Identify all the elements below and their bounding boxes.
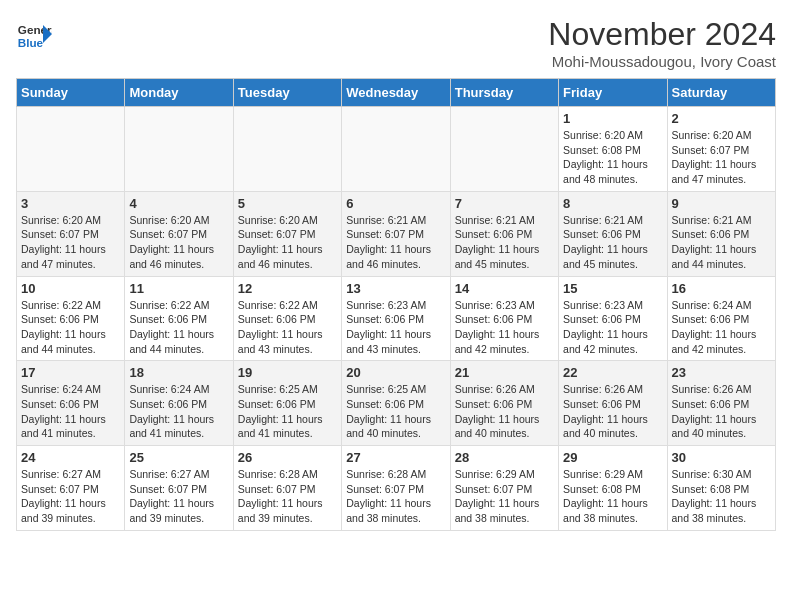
day-info: Sunrise: 6:24 AM Sunset: 6:06 PM Dayligh… — [21, 382, 120, 441]
day-number: 29 — [563, 450, 662, 465]
calendar-cell: 13Sunrise: 6:23 AM Sunset: 6:06 PM Dayli… — [342, 276, 450, 361]
calendar-cell: 17Sunrise: 6:24 AM Sunset: 6:06 PM Dayli… — [17, 361, 125, 446]
calendar-cell: 29Sunrise: 6:29 AM Sunset: 6:08 PM Dayli… — [559, 446, 667, 531]
day-info: Sunrise: 6:22 AM Sunset: 6:06 PM Dayligh… — [129, 298, 228, 357]
day-info: Sunrise: 6:26 AM Sunset: 6:06 PM Dayligh… — [455, 382, 554, 441]
day-info: Sunrise: 6:28 AM Sunset: 6:07 PM Dayligh… — [346, 467, 445, 526]
day-info: Sunrise: 6:29 AM Sunset: 6:08 PM Dayligh… — [563, 467, 662, 526]
day-info: Sunrise: 6:21 AM Sunset: 6:06 PM Dayligh… — [672, 213, 771, 272]
calendar-cell: 28Sunrise: 6:29 AM Sunset: 6:07 PM Dayli… — [450, 446, 558, 531]
calendar-cell: 14Sunrise: 6:23 AM Sunset: 6:06 PM Dayli… — [450, 276, 558, 361]
weekday-header: Tuesday — [233, 79, 341, 107]
calendar-cell: 1Sunrise: 6:20 AM Sunset: 6:08 PM Daylig… — [559, 107, 667, 192]
day-number: 7 — [455, 196, 554, 211]
calendar-cell — [17, 107, 125, 192]
day-info: Sunrise: 6:23 AM Sunset: 6:06 PM Dayligh… — [563, 298, 662, 357]
weekday-header: Friday — [559, 79, 667, 107]
calendar-cell: 24Sunrise: 6:27 AM Sunset: 6:07 PM Dayli… — [17, 446, 125, 531]
day-number: 30 — [672, 450, 771, 465]
calendar-week-row: 24Sunrise: 6:27 AM Sunset: 6:07 PM Dayli… — [17, 446, 776, 531]
calendar-cell: 3Sunrise: 6:20 AM Sunset: 6:07 PM Daylig… — [17, 191, 125, 276]
day-number: 5 — [238, 196, 337, 211]
day-info: Sunrise: 6:26 AM Sunset: 6:06 PM Dayligh… — [563, 382, 662, 441]
day-info: Sunrise: 6:20 AM Sunset: 6:07 PM Dayligh… — [21, 213, 120, 272]
calendar-cell: 10Sunrise: 6:22 AM Sunset: 6:06 PM Dayli… — [17, 276, 125, 361]
day-number: 13 — [346, 281, 445, 296]
day-number: 6 — [346, 196, 445, 211]
day-info: Sunrise: 6:23 AM Sunset: 6:06 PM Dayligh… — [346, 298, 445, 357]
weekday-header: Wednesday — [342, 79, 450, 107]
calendar-cell: 11Sunrise: 6:22 AM Sunset: 6:06 PM Dayli… — [125, 276, 233, 361]
day-number: 28 — [455, 450, 554, 465]
day-info: Sunrise: 6:21 AM Sunset: 6:06 PM Dayligh… — [563, 213, 662, 272]
calendar-week-row: 17Sunrise: 6:24 AM Sunset: 6:06 PM Dayli… — [17, 361, 776, 446]
day-info: Sunrise: 6:22 AM Sunset: 6:06 PM Dayligh… — [21, 298, 120, 357]
calendar-cell: 18Sunrise: 6:24 AM Sunset: 6:06 PM Dayli… — [125, 361, 233, 446]
day-info: Sunrise: 6:20 AM Sunset: 6:07 PM Dayligh… — [672, 128, 771, 187]
calendar-cell: 19Sunrise: 6:25 AM Sunset: 6:06 PM Dayli… — [233, 361, 341, 446]
day-info: Sunrise: 6:20 AM Sunset: 6:07 PM Dayligh… — [238, 213, 337, 272]
calendar-table: SundayMondayTuesdayWednesdayThursdayFrid… — [16, 78, 776, 531]
day-number: 9 — [672, 196, 771, 211]
day-number: 8 — [563, 196, 662, 211]
page-header: General Blue November 2024 Mohi-Moussado… — [16, 16, 776, 70]
location: Mohi-Moussadougou, Ivory Coast — [548, 53, 776, 70]
day-number: 10 — [21, 281, 120, 296]
calendar-cell: 2Sunrise: 6:20 AM Sunset: 6:07 PM Daylig… — [667, 107, 775, 192]
day-number: 22 — [563, 365, 662, 380]
calendar-cell: 9Sunrise: 6:21 AM Sunset: 6:06 PM Daylig… — [667, 191, 775, 276]
day-info: Sunrise: 6:22 AM Sunset: 6:06 PM Dayligh… — [238, 298, 337, 357]
calendar-week-row: 3Sunrise: 6:20 AM Sunset: 6:07 PM Daylig… — [17, 191, 776, 276]
day-number: 17 — [21, 365, 120, 380]
day-info: Sunrise: 6:29 AM Sunset: 6:07 PM Dayligh… — [455, 467, 554, 526]
day-info: Sunrise: 6:25 AM Sunset: 6:06 PM Dayligh… — [346, 382, 445, 441]
weekday-header: Saturday — [667, 79, 775, 107]
day-number: 12 — [238, 281, 337, 296]
day-info: Sunrise: 6:20 AM Sunset: 6:07 PM Dayligh… — [129, 213, 228, 272]
calendar-cell: 12Sunrise: 6:22 AM Sunset: 6:06 PM Dayli… — [233, 276, 341, 361]
weekday-header: Sunday — [17, 79, 125, 107]
day-number: 18 — [129, 365, 228, 380]
calendar-cell: 23Sunrise: 6:26 AM Sunset: 6:06 PM Dayli… — [667, 361, 775, 446]
calendar-cell: 7Sunrise: 6:21 AM Sunset: 6:06 PM Daylig… — [450, 191, 558, 276]
day-info: Sunrise: 6:23 AM Sunset: 6:06 PM Dayligh… — [455, 298, 554, 357]
day-info: Sunrise: 6:25 AM Sunset: 6:06 PM Dayligh… — [238, 382, 337, 441]
calendar-cell: 6Sunrise: 6:21 AM Sunset: 6:07 PM Daylig… — [342, 191, 450, 276]
day-number: 1 — [563, 111, 662, 126]
calendar-cell: 21Sunrise: 6:26 AM Sunset: 6:06 PM Dayli… — [450, 361, 558, 446]
calendar-week-row: 1Sunrise: 6:20 AM Sunset: 6:08 PM Daylig… — [17, 107, 776, 192]
calendar-cell — [450, 107, 558, 192]
day-number: 15 — [563, 281, 662, 296]
svg-text:Blue: Blue — [18, 36, 44, 49]
day-number: 11 — [129, 281, 228, 296]
day-info: Sunrise: 6:21 AM Sunset: 6:07 PM Dayligh… — [346, 213, 445, 272]
day-info: Sunrise: 6:24 AM Sunset: 6:06 PM Dayligh… — [672, 298, 771, 357]
day-info: Sunrise: 6:28 AM Sunset: 6:07 PM Dayligh… — [238, 467, 337, 526]
day-number: 27 — [346, 450, 445, 465]
title-block: November 2024 Mohi-Moussadougou, Ivory C… — [548, 16, 776, 70]
calendar-cell — [233, 107, 341, 192]
calendar-week-row: 10Sunrise: 6:22 AM Sunset: 6:06 PM Dayli… — [17, 276, 776, 361]
calendar-cell: 15Sunrise: 6:23 AM Sunset: 6:06 PM Dayli… — [559, 276, 667, 361]
day-number: 4 — [129, 196, 228, 211]
calendar-cell: 5Sunrise: 6:20 AM Sunset: 6:07 PM Daylig… — [233, 191, 341, 276]
calendar-cell: 22Sunrise: 6:26 AM Sunset: 6:06 PM Dayli… — [559, 361, 667, 446]
logo-icon: General Blue — [16, 16, 52, 52]
calendar-cell: 16Sunrise: 6:24 AM Sunset: 6:06 PM Dayli… — [667, 276, 775, 361]
calendar-cell: 26Sunrise: 6:28 AM Sunset: 6:07 PM Dayli… — [233, 446, 341, 531]
calendar-cell — [342, 107, 450, 192]
calendar-cell: 25Sunrise: 6:27 AM Sunset: 6:07 PM Dayli… — [125, 446, 233, 531]
day-info: Sunrise: 6:27 AM Sunset: 6:07 PM Dayligh… — [21, 467, 120, 526]
weekday-header: Thursday — [450, 79, 558, 107]
calendar-header-row: SundayMondayTuesdayWednesdayThursdayFrid… — [17, 79, 776, 107]
weekday-header: Monday — [125, 79, 233, 107]
day-number: 2 — [672, 111, 771, 126]
day-number: 20 — [346, 365, 445, 380]
day-number: 3 — [21, 196, 120, 211]
day-info: Sunrise: 6:26 AM Sunset: 6:06 PM Dayligh… — [672, 382, 771, 441]
logo: General Blue — [16, 16, 52, 52]
day-number: 14 — [455, 281, 554, 296]
day-number: 19 — [238, 365, 337, 380]
day-info: Sunrise: 6:27 AM Sunset: 6:07 PM Dayligh… — [129, 467, 228, 526]
calendar-cell: 30Sunrise: 6:30 AM Sunset: 6:08 PM Dayli… — [667, 446, 775, 531]
